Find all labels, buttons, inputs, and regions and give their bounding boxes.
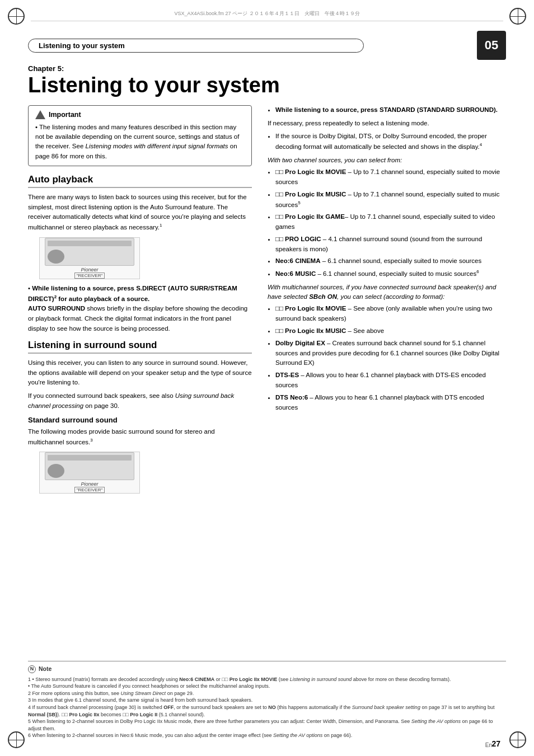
note-item-6: 6 When listening to 2-channel sources in… [28, 732, 506, 739]
receiver-panel-1 [45, 238, 134, 266]
surround-sound-para1: Using this receiver, you can listen to a… [28, 358, 252, 388]
chapter-badge: 05 [477, 31, 506, 60]
receiver-panel-2 [45, 452, 134, 480]
header-title: Listening to your system [28, 39, 364, 53]
warning-icon [35, 110, 45, 119]
note-item-3: 3 In modes that give 6.1 channel sound, … [28, 697, 506, 704]
dolby-bullet-item: If the source is Dolby Digital, DTS, or … [275, 132, 506, 152]
surround-sound-para2: If you connected surround back speakers,… [28, 391, 252, 411]
instruction-para: If necessary, press repeatedly to select… [268, 119, 506, 129]
multichannel-item-0: □□ Pro Logic IIx MOVIE – See above (only… [275, 304, 506, 324]
standard-surround-para: The following modes provide basic surrou… [28, 427, 252, 447]
note-item-1: • The Auto Surround feature is canceled … [28, 683, 506, 690]
header-bar: Listening to your system 05 [28, 31, 506, 60]
chapter-title: Listening to your system [28, 74, 506, 97]
right-column: While listening to a source, press STAND… [268, 105, 506, 498]
auto-playback-para1: There are many ways to listen back to so… [28, 192, 252, 233]
multichannel-item-4: DTS Neo:6 – Allows you to hear 6.1 chann… [275, 393, 506, 413]
main-content: Chapter 5: Listening to your system Impo… [28, 64, 506, 689]
important-body: • The listening modes and many features … [35, 124, 239, 159]
two-channel-item-5: Neo:6 MUSIC – 6.1 channel sound, especia… [275, 269, 506, 279]
corner-decoration-br [509, 731, 526, 748]
important-header: Important [35, 110, 245, 119]
chapter-label: Chapter 5: [28, 64, 506, 73]
multichannel-intro: With multichannel sources, if you have c… [268, 283, 506, 302]
receiver-label-2: "RECEIVER" [74, 487, 105, 493]
receiver-image-1: Pioneer "RECEIVER" [39, 237, 140, 279]
receiver-label-1: "RECEIVER" [74, 273, 105, 279]
right-col-instructions: While listening to a source, press STAND… [268, 105, 506, 115]
file-info: VSX_AX4ASi.book.fm 27 ページ ２０１６年４月１１日 火曜日… [31, 10, 503, 21]
receiver-brand-2: Pioneer [81, 481, 98, 487]
instruction-while: While listening to a source, press STAND… [275, 105, 506, 115]
note-item-4: 4 If surround back channel processing (p… [28, 704, 506, 718]
surround-sound-title: Listening in surround sound [28, 340, 252, 354]
two-channel-item-0: □□ Pro Logic IIx MOVIE – Up to 7.1 chann… [275, 167, 506, 187]
auto-playback-instruction: • While listening to a source, press S.D… [28, 284, 252, 334]
note-icon: N [28, 665, 36, 673]
corner-decoration-tl [8, 8, 25, 25]
standard-surround-title: Standard surround sound [28, 416, 252, 424]
note-item-5: 5 When listening to 2-channel sources in… [28, 718, 506, 732]
multichannel-item-3: DTS-ES – Allows you to hear 6.1 channel … [275, 370, 506, 391]
page-number: 27 [491, 739, 500, 748]
note-header: N Note [28, 665, 506, 673]
corner-decoration-tr [509, 8, 526, 25]
multichannel-item-1: □□ Pro Logic IIx MUSIC – See above [275, 326, 506, 336]
note-box: N Note 1 • Stereo surround (matrix) form… [28, 661, 506, 739]
multichannel-list: □□ Pro Logic IIx MOVIE – See above (only… [268, 304, 506, 412]
receiver-image-2: Pioneer "RECEIVER" [39, 452, 140, 494]
important-text: • The listening modes and many features … [35, 123, 245, 161]
corner-decoration-bl [8, 731, 25, 748]
two-channel-item-1: □□ Pro Logic IIx MUSIC – Up to 7.1 chann… [275, 190, 506, 210]
two-channel-item-4: Neo:6 CINEMA – 6.1 channel sound, especi… [275, 256, 506, 266]
two-channel-list: □□ Pro Logic IIx MOVIE – Up to 7.1 chann… [268, 167, 506, 279]
dolby-bullet: If the source is Dolby Digital, DTS, or … [268, 132, 506, 152]
note-label: Note [39, 665, 51, 673]
left-column: Important • The listening modes and many… [28, 105, 252, 498]
important-box: Important • The listening modes and many… [28, 105, 252, 166]
multichannel-item-2: Dolby Digital EX – Creates surround back… [275, 339, 506, 368]
page-lang: En [485, 742, 492, 748]
receiver-brand-1: Pioneer [81, 267, 98, 273]
two-column-layout: Important • The listening modes and many… [28, 105, 506, 498]
two-channel-item-3: □□ PRO LOGIC – 4.1 channel surround soun… [275, 234, 506, 255]
note-items: 1 • Stereo surround (matrix) formats are… [28, 676, 506, 739]
important-label: Important [49, 111, 81, 119]
two-channel-intro: With two channel sources, you can select… [268, 156, 506, 165]
auto-playback-title: Auto playback [28, 174, 252, 188]
note-item-0: 1 • Stereo surround (matrix) formats are… [28, 676, 506, 683]
note-item-2: 2 For more options using this button, se… [28, 690, 506, 697]
two-channel-item-2: □□ Pro Logic IIx GAME– Up to 7.1 channel… [275, 212, 506, 232]
